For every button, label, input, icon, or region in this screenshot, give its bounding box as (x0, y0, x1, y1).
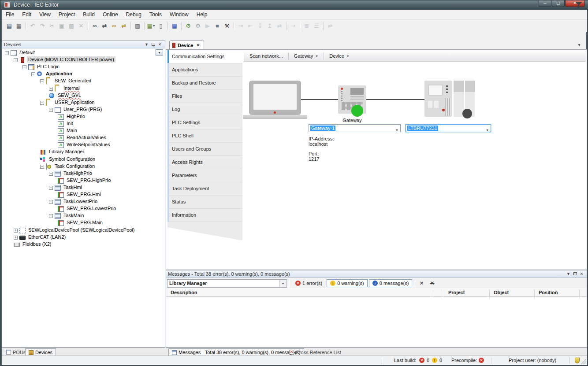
print-button[interactable]: ▦ (14, 22, 24, 30)
globe-icon (49, 93, 54, 98)
find-button[interactable]: ∞ (90, 22, 100, 30)
menu-file[interactable]: File (2, 10, 18, 19)
collapse-icon[interactable]: − (5, 51, 9, 55)
menu-tools[interactable]: Tools (145, 10, 166, 19)
menu-project[interactable]: Project (55, 10, 79, 19)
minimize-button[interactable]: ─ (539, 0, 551, 7)
menu-debug[interactable]: Debug (122, 10, 145, 19)
tools-button[interactable]: ⚒ (222, 22, 232, 30)
tree-item-internal[interactable]: +Internal (2, 85, 3, 92)
column-project[interactable]: Project (448, 290, 465, 295)
replace-in-project-button[interactable]: ⇄ (119, 22, 129, 30)
collapse-icon[interactable]: − (14, 58, 18, 62)
replace-button[interactable]: ⇄ (100, 22, 109, 30)
menu-window[interactable]: Window (166, 10, 193, 19)
menu-view[interactable]: View (35, 10, 55, 19)
login-button[interactable]: ⚙ (183, 22, 193, 30)
step-out-button: ↧ (255, 22, 265, 30)
expand-icon[interactable]: + (14, 229, 18, 233)
warnings-toggle-button[interactable]: ! 0 warning(s) (327, 279, 368, 287)
menu-help[interactable]: Help (193, 10, 212, 19)
maximize-button[interactable]: ▢ (552, 0, 565, 7)
device-select[interactable]: LTBRU77231 ▼ (406, 124, 491, 132)
new-device-button[interactable]: ▦▼ (146, 22, 156, 30)
app-icon (4, 2, 10, 8)
collapse-icon[interactable]: − (49, 200, 53, 204)
stop-button[interactable]: ■ (212, 22, 222, 30)
tab-list-dropdown-icon[interactable]: ▼ (577, 43, 581, 47)
column-object[interactable]: Object (494, 290, 509, 295)
find-in-project-button[interactable]: ∞ (109, 22, 119, 30)
computer-base (243, 115, 307, 119)
message-category-select[interactable]: Library Manager ▼ (167, 279, 287, 288)
copy-button: ▣ (57, 22, 67, 30)
collapse-icon[interactable]: − (40, 165, 44, 169)
collapse-icon[interactable]: − (49, 214, 53, 218)
errors-toggle-button[interactable]: ✕ 1 error(s) (292, 280, 325, 287)
panel-close-icon[interactable]: ✕ (578, 271, 585, 277)
device-set-dropdown[interactable]: ▼ (156, 49, 163, 55)
tree-item-label: TaskMain (62, 212, 85, 218)
panel-close-icon[interactable]: ✕ (156, 42, 163, 48)
device-menu-button[interactable]: Device▼ (325, 52, 354, 60)
logout-button[interactable]: ⚙ (193, 22, 203, 30)
column-position[interactable]: Position (539, 290, 558, 295)
tree-item-user-application[interactable]: −USER_Application (2, 100, 3, 107)
collapse-icon[interactable]: − (22, 65, 26, 69)
tab-messages[interactable]: Messages - Total 38 error(s), 0 warning(… (168, 348, 304, 356)
menu-online[interactable]: Online (99, 10, 122, 19)
application-icon (37, 71, 42, 76)
resize-grip[interactable] (581, 359, 586, 364)
tree-item-label: SEW_Generated (53, 78, 93, 84)
messages-toggle-button[interactable]: i 0 message(s) (369, 279, 413, 287)
pin-icon[interactable] (150, 42, 156, 48)
tree-item-label: TaskLowestPrio (62, 198, 99, 204)
collapse-icon[interactable]: − (40, 79, 44, 83)
chevron-down-icon: ▼ (279, 280, 286, 287)
collapse-icon[interactable]: − (31, 72, 35, 76)
device-icon (21, 57, 24, 63)
step-into-button: ⇤ (246, 22, 255, 30)
expand-icon[interactable]: + (14, 236, 18, 240)
tree-item-label: Internal (62, 85, 81, 91)
nav-communication-settings[interactable]: Communication Settings (167, 50, 242, 63)
collapse-icon[interactable]: − (49, 172, 53, 176)
devices-panel: Devices ▼ ✕ ▼ −Default−Device (MOVI-C CO… (2, 41, 165, 348)
panel-menu-icon[interactable]: ▼ (565, 271, 572, 277)
add-object-button[interactable]: ▯ (156, 22, 166, 30)
collapse-icon[interactable]: − (40, 101, 44, 105)
save-button[interactable]: ▤ (4, 22, 14, 30)
export-button[interactable]: ▥ (133, 22, 142, 30)
tree-item-label: WriteSetpointValues (65, 141, 112, 148)
title-bar[interactable]: Device - IEC Editor ─ ▢ ✕ (0, 0, 588, 10)
messages-panel: Messages - Total 38 error(s), 0 warning(… (166, 270, 587, 348)
tree-item-label: Application (45, 70, 74, 77)
tab-close-icon[interactable]: ✕ (196, 43, 200, 48)
cross-reference-icon: ✕ (289, 350, 294, 355)
clear-message-icon[interactable]: ✕ (416, 280, 427, 286)
menu-edit[interactable]: Edit (18, 10, 35, 19)
collapse-icon[interactable]: − (49, 186, 53, 190)
column-description[interactable]: Description (171, 290, 197, 295)
build-button[interactable]: ▦ (170, 22, 179, 30)
tab-device[interactable]: Device ✕ (169, 41, 204, 49)
tab-cross-reference[interactable]: ✕ Cross Reference List (286, 348, 344, 356)
ip-address-label: IP-Address: (309, 136, 334, 141)
clear-all-messages-icon[interactable]: ✕ (427, 280, 437, 286)
security-shield-icon[interactable] (575, 358, 580, 363)
expand-icon[interactable]: + (49, 87, 53, 91)
gateway-select[interactable]: Gateway-1 ▼ (309, 124, 401, 132)
gateway-menu-button[interactable]: Gateway▼ (290, 52, 322, 60)
tree-item-sew-generated[interactable]: −SEW_Generated (2, 78, 3, 85)
scan-network-button[interactable]: Scan network... (246, 52, 287, 60)
menu-build[interactable]: Build (79, 10, 99, 19)
pin-icon[interactable] (572, 271, 578, 277)
tab-devices[interactable]: Devices (25, 348, 56, 356)
collapse-icon[interactable]: − (49, 108, 53, 112)
panel-menu-icon[interactable]: ▼ (143, 42, 150, 48)
tree-item-label: ReadActualValues (65, 134, 108, 140)
tree-item-task-configuration[interactable]: −Task Configuration (2, 163, 3, 170)
filter-icon[interactable] (575, 1, 582, 8)
task-icon (55, 185, 61, 191)
prgcall-icon (58, 192, 64, 198)
